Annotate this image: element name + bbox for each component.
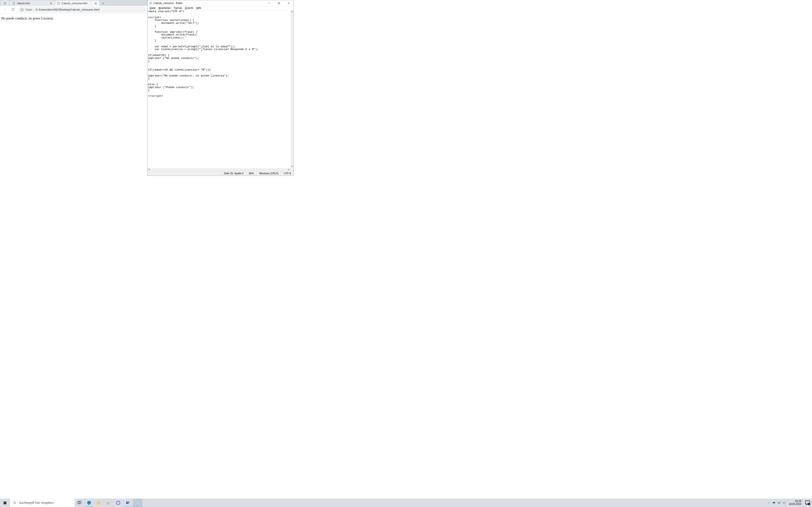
maximize-button[interactable] [274, 0, 284, 6]
status-cursor-position: Zeile 26, Spalte 5 [221, 171, 246, 176]
page-output-text: No puede conducir, no posee Licencia [1, 16, 146, 20]
clock-date: 18.04.2023 [789, 503, 801, 506]
tray-volume-icon[interactable] [777, 501, 781, 504]
notepad-window: Calculo_consumo - Editor Datei Bearbeite… [147, 0, 294, 176]
svg-marker-46 [778, 502, 779, 504]
url-path: C:/Users/divnr092/Desktop/Calculo_consum… [36, 8, 100, 11]
taskbar-clock[interactable]: 02:25 18.04.2023 [788, 500, 803, 506]
svg-marker-22 [289, 169, 290, 170]
clock-time: 02:25 [789, 500, 801, 503]
file-icon [57, 2, 60, 5]
menu-ansicht[interactable]: Ansicht [184, 7, 194, 9]
browser-viewport: No puede conducir, no posee Licencia [0, 13, 147, 176]
browser-tabbar: Valeria.html Calculo_consumo.html [0, 0, 147, 6]
menu-datei[interactable]: Datei [148, 7, 157, 9]
browser-window: Valeria.html Calculo_consumo.html Datei … [0, 0, 147, 176]
svg-rect-33 [107, 502, 108, 503]
taskbar-app-teams[interactable]: T [123, 499, 133, 507]
svg-text:T: T [127, 502, 128, 504]
scroll-left-arrow[interactable] [148, 168, 151, 171]
start-button[interactable] [0, 499, 10, 507]
address-bar[interactable]: Datei C:/Users/divnr092/Desktop/Calculo_… [18, 7, 146, 13]
svg-rect-34 [109, 502, 109, 503]
scroll-up-arrow[interactable] [291, 10, 294, 13]
notepad-statusbar: Zeile 26, Spalte 5 90% Windows (CRLF) UT… [148, 171, 294, 176]
svg-rect-16 [278, 2, 280, 4]
editor-area: <meta charset="UTF-8"> <script> function… [148, 10, 294, 171]
svg-point-10 [22, 9, 22, 9]
taskbar-app-notepad[interactable] [133, 499, 143, 507]
horizontal-scrollbar[interactable] [148, 168, 291, 171]
tray-power-icon[interactable] [782, 501, 786, 504]
close-icon[interactable] [94, 2, 97, 5]
svg-rect-23 [4, 502, 5, 503]
svg-point-27 [13, 502, 15, 504]
task-view-button[interactable] [74, 499, 84, 507]
action-center-button[interactable]: 5 [804, 500, 811, 506]
window-controls [264, 0, 294, 6]
close-button[interactable] [284, 0, 294, 6]
notepad-titlebar[interactable]: Calculo_consumo - Editor [148, 0, 294, 6]
site-info-icon[interactable] [20, 8, 24, 11]
notification-badge: 5 [808, 503, 810, 505]
svg-point-41 [129, 502, 130, 503]
svg-rect-35 [107, 503, 108, 504]
browser-tab-2[interactable]: Calculo_consumo.html [55, 1, 99, 6]
svg-rect-36 [109, 503, 109, 504]
vertical-scrollbar[interactable] [291, 10, 294, 168]
taskbar-app-edge[interactable] [84, 499, 94, 507]
reload-button[interactable] [10, 7, 16, 13]
search-placeholder: Suchbegriff hier eingeben [19, 501, 54, 504]
scroll-down-arrow[interactable] [291, 165, 294, 168]
taskbar: Suchbegriff hier eingeben T 02:25 [0, 499, 812, 507]
svg-marker-21 [149, 169, 150, 170]
new-tab-button[interactable] [100, 1, 106, 6]
taskbar-apps: T [74, 499, 143, 507]
editor-text[interactable]: <meta charset="UTF-8"> <script> function… [148, 10, 291, 168]
back-button[interactable] [2, 7, 8, 13]
svg-marker-19 [291, 11, 293, 12]
scroll-right-arrow[interactable] [288, 168, 291, 171]
tab-actions-button[interactable] [1, 1, 9, 6]
taskbar-search[interactable]: Suchbegriff hier eingeben [10, 499, 74, 507]
tray-onedrive-icon[interactable] [772, 501, 776, 504]
svg-line-28 [15, 503, 16, 504]
browser-toolbar: Datei C:/Users/divnr092/Desktop/Calculo_… [0, 6, 147, 13]
svg-rect-26 [5, 503, 6, 504]
tab-title: Calculo_consumo.html [62, 2, 93, 5]
system-tray: 02:25 18.04.2023 5 [766, 499, 812, 507]
minimize-button[interactable] [264, 0, 274, 6]
search-icon [13, 501, 16, 504]
notepad-menubar: Datei Bearbeiten Format Ansicht Hilfe [148, 6, 294, 10]
taskbar-app-office[interactable] [113, 499, 123, 507]
status-line-ending: Windows (CRLF) [256, 171, 281, 176]
status-encoding: UTF-8 [281, 171, 294, 176]
window-title: Calculo_consumo - Editor [154, 2, 264, 5]
tab-title: Valeria.html [17, 2, 48, 5]
status-zoom: 90% [246, 171, 256, 176]
taskbar-app-store[interactable] [104, 499, 113, 507]
browser-tab-1[interactable]: Valeria.html [10, 1, 55, 6]
svg-rect-24 [5, 502, 6, 503]
tray-expand-icon[interactable] [767, 501, 770, 504]
url-scheme: Datei [26, 8, 32, 11]
file-icon [12, 2, 15, 5]
svg-rect-32 [107, 502, 110, 504]
menu-bearbeiten[interactable]: Bearbeiten [157, 7, 172, 9]
svg-rect-0 [4, 2, 6, 4]
scroll-corner [291, 168, 294, 171]
notepad-app-icon [149, 1, 152, 5]
close-icon[interactable] [49, 2, 52, 5]
taskbar-app-explorer[interactable] [94, 499, 104, 507]
menu-hilfe[interactable]: Hilfe [195, 7, 203, 9]
svg-marker-20 [291, 166, 293, 167]
svg-rect-25 [4, 503, 5, 504]
svg-rect-11 [150, 2, 152, 4]
menu-format[interactable]: Format [172, 7, 183, 9]
